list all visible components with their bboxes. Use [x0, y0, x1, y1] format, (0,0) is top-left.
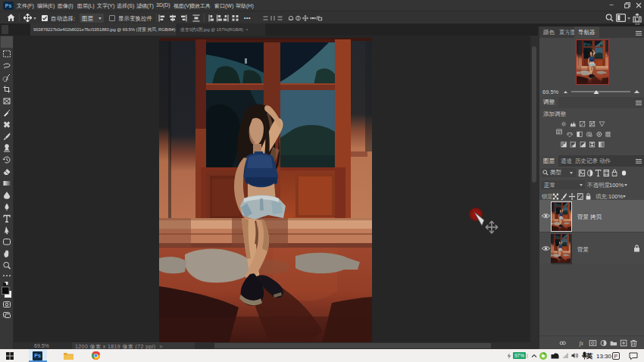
svg-text:P: P: [614, 353, 618, 358]
svg-text:fx: fx: [579, 340, 583, 347]
